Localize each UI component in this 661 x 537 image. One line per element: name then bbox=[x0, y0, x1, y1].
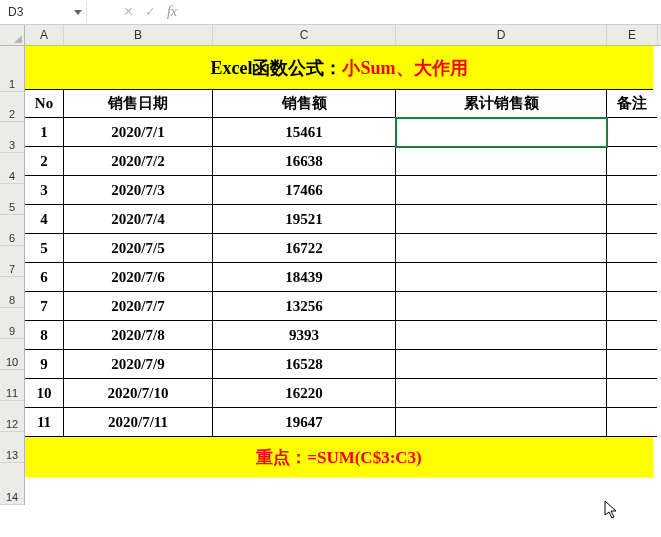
cell-amount[interactable]: 16638 bbox=[213, 147, 396, 176]
table-row: 92020/7/916528 bbox=[25, 350, 661, 379]
cell-amount[interactable]: 16220 bbox=[213, 379, 396, 408]
cell-amount[interactable]: 19521 bbox=[213, 205, 396, 234]
cell-date[interactable]: 2020/7/3 bbox=[64, 176, 213, 205]
cell-note[interactable] bbox=[607, 234, 657, 263]
row-header-3[interactable]: 3 bbox=[0, 122, 24, 153]
cell-amount[interactable]: 19647 bbox=[213, 408, 396, 437]
cell-cum[interactable] bbox=[396, 118, 607, 147]
footer-text: 重点：=SUM(C$3:C3) bbox=[256, 446, 422, 469]
cell-amount[interactable]: 16722 bbox=[213, 234, 396, 263]
select-all-corner[interactable] bbox=[0, 25, 25, 45]
cell-date[interactable]: 2020/7/6 bbox=[64, 263, 213, 292]
header-no[interactable]: No bbox=[25, 90, 64, 118]
row-header-13[interactable]: 13 bbox=[0, 432, 24, 463]
col-header-C[interactable]: C bbox=[213, 25, 396, 45]
table-row: 12020/7/115461 bbox=[25, 118, 661, 147]
row-header-12[interactable]: 12 bbox=[0, 401, 24, 432]
cell-no[interactable]: 7 bbox=[25, 292, 64, 321]
cell-note[interactable] bbox=[607, 263, 657, 292]
cell-note[interactable] bbox=[607, 379, 657, 408]
table-row: 62020/7/618439 bbox=[25, 263, 661, 292]
table-row: 32020/7/317466 bbox=[25, 176, 661, 205]
cell-no[interactable]: 6 bbox=[25, 263, 64, 292]
cell-amount[interactable]: 9393 bbox=[213, 321, 396, 350]
cell-no[interactable]: 2 bbox=[25, 147, 64, 176]
cell-no[interactable]: 5 bbox=[25, 234, 64, 263]
cell-cum[interactable] bbox=[396, 205, 607, 234]
row-header-10[interactable]: 10 bbox=[0, 339, 24, 370]
cell-no[interactable]: 9 bbox=[25, 350, 64, 379]
cell-no[interactable]: 11 bbox=[25, 408, 64, 437]
col-header-E[interactable]: E bbox=[607, 25, 658, 45]
cell-cum[interactable] bbox=[396, 234, 607, 263]
cell-amount[interactable]: 17466 bbox=[213, 176, 396, 205]
cell-cum[interactable] bbox=[396, 176, 607, 205]
table-row: 22020/7/216638 bbox=[25, 147, 661, 176]
table-row: 72020/7/713256 bbox=[25, 292, 661, 321]
header-amount[interactable]: 销售额 bbox=[213, 90, 396, 118]
name-box-value: D3 bbox=[8, 5, 23, 19]
cell-cum[interactable] bbox=[396, 379, 607, 408]
cell-note[interactable] bbox=[607, 176, 657, 205]
name-box[interactable]: D3 bbox=[0, 2, 87, 22]
cell-date[interactable]: 2020/7/9 bbox=[64, 350, 213, 379]
table-row: 102020/7/1016220 bbox=[25, 379, 661, 408]
cell-note[interactable] bbox=[607, 205, 657, 234]
header-note[interactable]: 备注 bbox=[607, 90, 657, 118]
row-header-14[interactable]: 14 bbox=[0, 463, 24, 505]
cell-date[interactable]: 2020/7/5 bbox=[64, 234, 213, 263]
chevron-down-icon[interactable] bbox=[74, 10, 82, 15]
cell-cum[interactable] bbox=[396, 263, 607, 292]
row-header-4[interactable]: 4 bbox=[0, 153, 24, 184]
cell-note[interactable] bbox=[607, 321, 657, 350]
row-header-9[interactable]: 9 bbox=[0, 308, 24, 339]
cell-date[interactable]: 2020/7/11 bbox=[64, 408, 213, 437]
cell-note[interactable] bbox=[607, 350, 657, 379]
col-header-A[interactable]: A bbox=[25, 25, 64, 45]
cell-cum[interactable] bbox=[396, 147, 607, 176]
row-header-5[interactable]: 5 bbox=[0, 184, 24, 215]
cell-amount[interactable]: 18439 bbox=[213, 263, 396, 292]
row-header-2[interactable]: 2 bbox=[0, 92, 24, 122]
cell-note[interactable] bbox=[607, 408, 657, 437]
cell-no[interactable]: 1 bbox=[25, 118, 64, 147]
row-header-11[interactable]: 11 bbox=[0, 370, 24, 401]
cell-no[interactable]: 8 bbox=[25, 321, 64, 350]
cell-amount[interactable]: 13256 bbox=[213, 292, 396, 321]
col-header-D[interactable]: D bbox=[396, 25, 607, 45]
header-cum[interactable]: 累计销售额 bbox=[396, 90, 607, 118]
fx-icon[interactable]: fx bbox=[161, 2, 183, 22]
cell-cum[interactable] bbox=[396, 408, 607, 437]
grid[interactable]: Excel函数公式：小Sum、大作用No销售日期销售额累计销售额备注12020/… bbox=[25, 46, 661, 505]
cell-no[interactable]: 4 bbox=[25, 205, 64, 234]
title-cell[interactable]: Excel函数公式：小Sum、大作用 bbox=[25, 46, 653, 90]
row-header-7[interactable]: 7 bbox=[0, 246, 24, 277]
formula-bar: D3 ✕ ✓ fx bbox=[0, 0, 661, 25]
header-date[interactable]: 销售日期 bbox=[64, 90, 213, 118]
cell-amount[interactable]: 16528 bbox=[213, 350, 396, 379]
cell-cum[interactable] bbox=[396, 350, 607, 379]
page-title: Excel函数公式：小Sum、大作用 bbox=[210, 56, 467, 80]
cell-date[interactable]: 2020/7/2 bbox=[64, 147, 213, 176]
row-header-1[interactable]: 1 bbox=[0, 46, 24, 92]
cell-date[interactable]: 2020/7/7 bbox=[64, 292, 213, 321]
cell-cum[interactable] bbox=[396, 321, 607, 350]
cell-date[interactable]: 2020/7/10 bbox=[64, 379, 213, 408]
cell-date[interactable]: 2020/7/1 bbox=[64, 118, 213, 147]
cell-date[interactable]: 2020/7/4 bbox=[64, 205, 213, 234]
cell-note[interactable] bbox=[607, 118, 657, 147]
cell-amount[interactable]: 15461 bbox=[213, 118, 396, 147]
formula-input[interactable] bbox=[183, 2, 661, 22]
row-header-6[interactable]: 6 bbox=[0, 215, 24, 246]
cell-no[interactable]: 3 bbox=[25, 176, 64, 205]
cell-note[interactable] bbox=[607, 292, 657, 321]
cell-note[interactable] bbox=[607, 147, 657, 176]
col-header-B[interactable]: B bbox=[64, 25, 213, 45]
row-header-8[interactable]: 8 bbox=[0, 277, 24, 308]
footer-cell[interactable]: 重点：=SUM(C$3:C3) bbox=[25, 437, 653, 477]
cell-cum[interactable] bbox=[396, 292, 607, 321]
cell-no[interactable]: 10 bbox=[25, 379, 64, 408]
row-headers: 1234567891011121314 bbox=[0, 46, 25, 505]
enter-icon: ✓ bbox=[139, 2, 161, 22]
cell-date[interactable]: 2020/7/8 bbox=[64, 321, 213, 350]
